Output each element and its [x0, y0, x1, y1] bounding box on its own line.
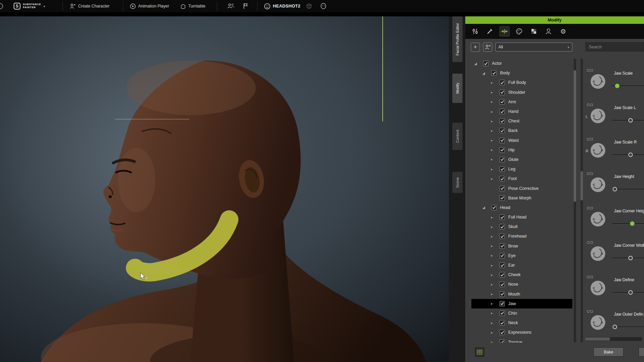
tree-item-nose[interactable]: ▸Nose: [471, 280, 572, 289]
slider-track[interactable]: [612, 258, 644, 259]
visibility-checkbox[interactable]: [499, 291, 505, 297]
visibility-checkbox[interactable]: [499, 109, 505, 114]
bake-button[interactable]: Bake: [594, 347, 624, 357]
morph-knob-icon[interactable]: [590, 280, 606, 296]
expand-arrow-icon[interactable]: ▸: [488, 244, 495, 248]
expand-arrow-icon[interactable]: ▸: [488, 157, 495, 161]
expand-arrow-icon[interactable]: ▸: [488, 138, 495, 142]
expand-arrow-icon[interactable]: ▸: [488, 81, 495, 85]
slider-scrollbar[interactable]: [581, 59, 583, 343]
substance-painter-launcher[interactable]: S SUBSTANCE PAINTER ▾: [14, 0, 45, 12]
morph-knob-icon[interactable]: [590, 74, 606, 89]
tree-item-expressions[interactable]: ▸Expressions: [471, 328, 572, 337]
expand-arrow-icon[interactable]: ▸: [488, 292, 495, 296]
cube-tool-button[interactable]: [306, 0, 312, 12]
visibility-checkbox[interactable]: [499, 330, 505, 335]
mask-tool-button[interactable]: [320, 0, 327, 12]
visibility-checkbox[interactable]: [499, 99, 505, 105]
expand-arrow-icon[interactable]: ▸: [488, 110, 495, 114]
tree-item-leg[interactable]: ▸Leg: [471, 164, 572, 174]
expand-arrow-icon[interactable]: ▸: [488, 177, 495, 181]
add-character-morph-button[interactable]: [483, 43, 492, 52]
expand-arrow-icon[interactable]: ▸: [488, 263, 495, 267]
expand-arrow-icon[interactable]: ▸: [488, 215, 495, 219]
tree-item-base-morph[interactable]: Base Morph: [471, 193, 572, 203]
expand-arrow-icon[interactable]: ▸: [488, 331, 495, 334]
slider-scrollbar-thumb[interactable]: [581, 171, 583, 200]
expand-arrow-icon[interactable]: ▸: [488, 273, 495, 277]
expand-arrow-icon[interactable]: ▸: [488, 302, 495, 305]
characters-button[interactable]: [227, 0, 235, 12]
turntable-button[interactable]: Turntable: [180, 0, 205, 12]
tree-item-skull[interactable]: ▸Skull: [471, 222, 572, 231]
expand-arrow-icon[interactable]: ▸: [488, 100, 495, 104]
tree-item-mouth[interactable]: ▸Mouth: [471, 289, 572, 299]
search-input[interactable]: [585, 42, 644, 51]
tree-item-brow[interactable]: ▸Brow: [471, 241, 572, 251]
create-character-button[interactable]: Create Character: [70, 0, 109, 12]
adjust-sliders-icon[interactable]: [470, 26, 480, 36]
tree-item-cheek[interactable]: ▸Cheek: [471, 270, 572, 280]
tree-item-glute[interactable]: ▸Glute: [471, 155, 572, 164]
gear-icon[interactable]: ⚙: [558, 26, 568, 36]
visibility-checkbox[interactable]: [499, 253, 505, 258]
tree-scrollbar-thumb[interactable]: [574, 70, 576, 202]
morph-knob-icon[interactable]: [590, 315, 606, 330]
slider-track[interactable]: [612, 292, 644, 293]
collapse-triangle-icon[interactable]: ◢: [480, 206, 487, 209]
visibility-checkbox[interactable]: [499, 320, 505, 326]
expand-arrow-icon[interactable]: ▸: [488, 119, 495, 123]
morph-knob-icon[interactable]: [590, 177, 606, 193]
visibility-checkbox[interactable]: [499, 272, 505, 277]
tab-modify[interactable]: Modify: [452, 74, 463, 103]
slider-handle[interactable]: [613, 325, 617, 329]
morph-knob-icon[interactable]: [590, 246, 606, 261]
tab-facial-profile-editor[interactable]: Facial Profile Editor: [452, 16, 463, 62]
palette-icon[interactable]: [514, 26, 524, 36]
collapse-triangle-icon[interactable]: ◢: [480, 71, 487, 75]
tree-item-tongue[interactable]: ▸Tongue: [471, 337, 572, 343]
visibility-checkbox[interactable]: [499, 128, 505, 133]
slider-handle[interactable]: [628, 118, 633, 123]
visibility-checkbox[interactable]: [499, 262, 505, 268]
add-morph-button[interactable]: +: [471, 43, 480, 52]
headshot-button[interactable]: HEADSHOT2: [264, 0, 301, 12]
expand-arrow-icon[interactable]: ▸: [488, 225, 495, 229]
slider-track[interactable]: [612, 327, 644, 328]
randomize-icon[interactable]: [587, 241, 593, 244]
visibility-checkbox[interactable]: [499, 195, 505, 201]
morph-knob-icon[interactable]: [590, 108, 606, 124]
expand-arrow-icon[interactable]: ▸: [488, 148, 495, 152]
tree-item-pose-corrective[interactable]: Pose Corrective: [471, 183, 572, 193]
slider-handle[interactable]: [613, 187, 617, 192]
visibility-checkbox[interactable]: [499, 118, 505, 124]
partial-app-icon[interactable]: [0, 3, 3, 9]
expand-arrow-icon[interactable]: ▸: [488, 283, 495, 286]
visibility-checkbox[interactable]: [491, 205, 497, 210]
visibility-checkbox[interactable]: [499, 301, 505, 306]
slider-track[interactable]: [612, 154, 644, 155]
visibility-checkbox[interactable]: [483, 61, 488, 66]
visibility-checkbox[interactable]: [491, 70, 497, 76]
randomize-icon[interactable]: [587, 138, 593, 140]
collapse-triangle-icon[interactable]: ◢: [472, 62, 479, 65]
randomize-icon[interactable]: [587, 104, 593, 106]
morph-knob-icon[interactable]: [590, 142, 606, 158]
tree-item-waist[interactable]: ▸Waist: [471, 136, 572, 145]
cutoff-button[interactable]: [639, 347, 644, 357]
visibility-checkbox[interactable]: [499, 166, 505, 172]
morph-list-view-button[interactable]: [475, 347, 484, 357]
tree-item-foot[interactable]: ▸Foot: [471, 174, 572, 183]
tree-item-forehead[interactable]: ▸Forehead: [471, 231, 572, 241]
expand-arrow-icon[interactable]: ▸: [488, 321, 495, 325]
expand-arrow-icon[interactable]: ▸: [488, 167, 495, 171]
tree-item-arm[interactable]: ▸Arm: [471, 97, 572, 107]
tree-item-shoulder[interactable]: ▸Shoulder: [471, 88, 572, 97]
converge-arrows-icon[interactable]: [499, 26, 510, 36]
tree-item-back[interactable]: ▸Back: [471, 126, 572, 135]
flag-button[interactable]: [243, 0, 248, 12]
visibility-checkbox[interactable]: [499, 282, 505, 287]
visibility-checkbox[interactable]: [499, 311, 505, 316]
randomize-icon[interactable]: [587, 310, 593, 313]
tree-item-body[interactable]: ◢Body: [471, 68, 572, 78]
